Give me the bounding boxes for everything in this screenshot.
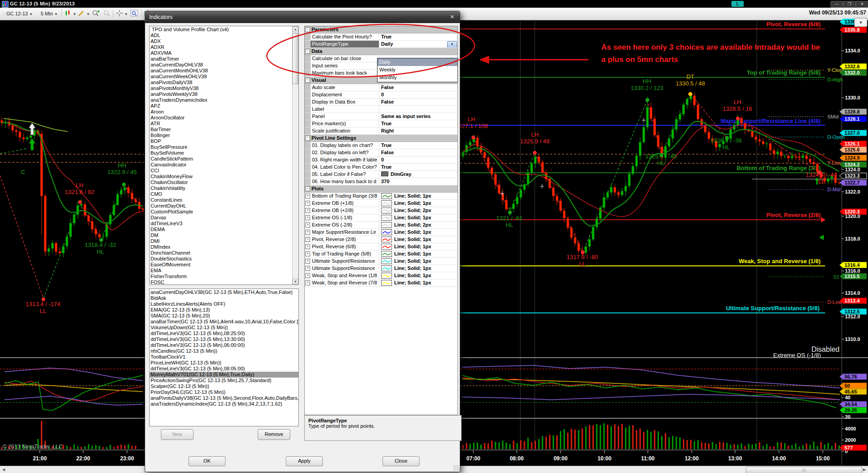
- indicator-list-item[interactable]: DM: [150, 232, 292, 238]
- indicator-list-item[interactable]: anaPivotsDailyV38: [150, 80, 292, 85]
- indicator-list-item[interactable]: Bollinger: [150, 132, 292, 138]
- indicator-list-item[interactable]: CMO: [150, 191, 292, 197]
- indicator-list-item[interactable]: EMA: [150, 268, 292, 274]
- property-section-parameters[interactable]: −Parameters: [305, 26, 458, 33]
- property-row[interactable]: +Ultimate Support/ResistanceLine; Solid;…: [305, 265, 458, 272]
- property-row[interactable]: +Top of Trading Range (5/8)Line; Solid; …: [305, 251, 458, 258]
- indicator-list-item[interactable]: ADXR: [150, 44, 292, 50]
- indicator-list-item[interactable]: TPO and Volume Profile Chart (v4): [150, 27, 292, 33]
- indicator-list-item[interactable]: BOP: [150, 138, 292, 144]
- configured-indicator-item[interactable]: ToolbarClockV1: [150, 354, 298, 360]
- property-row[interactable]: Label: [305, 106, 458, 113]
- property-row[interactable]: 05. Label Color if False?DimGray: [305, 171, 458, 178]
- indicator-list-item[interactable]: CurrentDayOHL: [150, 203, 292, 209]
- property-row[interactable]: +Major Support/Resistance LirLine; Solid…: [305, 229, 458, 236]
- indicator-list-item[interactable]: AroonOscillator: [150, 115, 292, 121]
- property-row[interactable]: 04. Label Color is Pen Color?True: [305, 164, 458, 171]
- property-section-pivot-line-settings[interactable]: −Pivot Line Settings: [305, 135, 458, 142]
- indicator-list-item[interactable]: ADX: [150, 38, 292, 44]
- property-row[interactable]: 02. Display labels on left?False: [305, 149, 458, 156]
- dropdown-item-weekly[interactable]: Weekly: [377, 66, 458, 74]
- indicator-list-item[interactable]: DonchianChannel: [150, 250, 292, 256]
- collapse-icon[interactable]: −: [305, 136, 310, 141]
- configured-indicator-item[interactable]: Scalper(GC 12-13 (5 Min)): [150, 383, 298, 389]
- configured-indicator-item[interactable]: nfsCandles(GC 12-13 (5 Min)): [150, 348, 298, 354]
- indicator-list-item[interactable]: BarTimer: [150, 127, 292, 132]
- configured-indicator-item[interactable]: SMA(GC 12-13 (5 Min),20): [150, 313, 298, 319]
- indicator-list-item[interactable]: ConstantLines: [150, 197, 292, 203]
- expand-icon[interactable]: +: [305, 222, 310, 227]
- property-row[interactable]: +Weak, Stop and Reverse (1/8Line; Solid;…: [305, 272, 458, 279]
- expand-icon[interactable]: +: [305, 266, 310, 271]
- collapse-icon[interactable]: −: [305, 27, 310, 32]
- property-section-plots[interactable]: −Plots: [305, 185, 458, 193]
- configured-indicator-item[interactable]: PriceLineWH(GC 12-13 (5 Min)): [150, 360, 298, 366]
- configured-indicator-item[interactable]: ddTimeLineV3(GC 12-13 (5 Min),06:00:00): [150, 342, 298, 348]
- dropdown-item-monthly[interactable]: Monthly: [377, 74, 458, 81]
- configured-indicator-item[interactable]: anaTradersDynamicIndex(GC 12-13 (5 Min),…: [150, 401, 298, 407]
- property-row[interactable]: +Extreme OB (+1/8)Line; Solid; 1px: [305, 200, 458, 207]
- property-row[interactable]: 06. How many bars back to d370: [305, 178, 458, 185]
- pivotrangetype-dropdown[interactable]: DailyWeeklyMonthly: [377, 58, 458, 82]
- indicator-list-item[interactable]: Aroon: [150, 109, 292, 115]
- configured-indicator-item[interactable]: anaCurrentDayOHLV38(GC 12-13 (5 Min),ETH…: [150, 289, 298, 295]
- indicator-list-item[interactable]: CanvasIndicator: [150, 162, 292, 168]
- property-row[interactable]: +Weak, Stop and Reverse (7/8Line; Solid;…: [305, 279, 458, 287]
- configured-indicator-item[interactable]: ddTimeLineV3(GC 12-13 (5 Min),08:25:00): [150, 331, 298, 336]
- indicator-list-item[interactable]: Darvas: [150, 215, 292, 221]
- indicator-list-item[interactable]: CCI: [150, 168, 292, 174]
- indicator-list-item[interactable]: DMI: [150, 238, 292, 244]
- dialog-close-icon[interactable]: ✕: [448, 14, 456, 20]
- indicator-list-item[interactable]: anaCurrentWeekOHLV38: [150, 74, 292, 80]
- indicator-list-item[interactable]: BuySellVolume: [150, 150, 292, 156]
- indicator-list-item[interactable]: CustomPlotSample: [150, 209, 292, 215]
- dialog-title-bar[interactable]: Indicators ✕: [145, 11, 460, 23]
- configured-indicator-item[interactable]: LabelHorzLinesAlerts(Alerts OFF): [150, 301, 298, 307]
- property-row[interactable]: Displacement0: [305, 91, 458, 99]
- ok-button[interactable]: OK: [189, 456, 226, 466]
- indicator-list-item[interactable]: ChaikinMoneyFlow: [150, 174, 292, 180]
- indicator-list-item[interactable]: anaCurrentMonthOHLV38: [150, 68, 292, 74]
- property-row[interactable]: PivotRangeTypeDaily▼: [305, 41, 458, 48]
- configured-indicator-item[interactable]: anaPivotsDailyV38(GC 12-13 (5 Min),Secon…: [150, 395, 298, 401]
- property-row[interactable]: Calculate the Pivot Hourly?True: [305, 33, 458, 41]
- configured-indicator-item[interactable]: PriorDayOHLC(GC 12-13 (5 Min)): [150, 389, 298, 395]
- dropdown-button-icon[interactable]: ▼: [447, 41, 457, 47]
- new-button[interactable]: New: [161, 429, 193, 440]
- collapse-icon[interactable]: −: [305, 78, 310, 83]
- configured-indicator-item[interactable]: ddTimeLineV3(GC 12-13 (5 Min),13:30:00): [150, 336, 298, 342]
- property-row[interactable]: +Pivot, Reverse (6/8)Line; Solid; 1px: [305, 243, 458, 251]
- property-row[interactable]: +Extreme OS (-2/8)Line; Solid; 2px: [305, 222, 458, 229]
- list-scrollbar[interactable]: ▲ ▼: [292, 26, 298, 284]
- indicator-list-item[interactable]: anaPivotsWeeklyV38: [150, 91, 292, 97]
- remove-button[interactable]: Remove: [258, 429, 290, 440]
- expand-icon[interactable]: +: [305, 208, 310, 213]
- property-row[interactable]: 03. Right margin width if lable0: [305, 156, 458, 164]
- collapse-icon[interactable]: −: [305, 49, 310, 54]
- expand-icon[interactable]: +: [305, 244, 310, 249]
- indicator-list-item[interactable]: ADL: [150, 33, 292, 38]
- list-scrollbar-thumb[interactable]: [292, 33, 298, 84]
- indicator-list-item[interactable]: anaPivotsMonthlyV38: [150, 85, 292, 91]
- indicator-list-item[interactable]: FOSC: [150, 279, 292, 285]
- property-row[interactable]: Scale justificationRight: [305, 128, 458, 135]
- expand-icon[interactable]: +: [305, 280, 310, 285]
- expand-icon[interactable]: +: [305, 259, 310, 264]
- configured-indicator-item[interactable]: VolumeUpDown(GC 12-13 (5 Min)): [150, 325, 298, 331]
- indicator-list-item[interactable]: ADXVMA: [150, 50, 292, 56]
- property-row[interactable]: 01. Display labels on chart?True: [305, 142, 458, 149]
- dropdown-item-daily[interactable]: Daily: [377, 58, 458, 66]
- indicator-list-item[interactable]: DEMA: [150, 227, 292, 232]
- property-row[interactable]: Display in Data BoxFalse: [305, 99, 458, 106]
- property-row[interactable]: +Extreme OB (+2/8)Line; Solid; 2px: [305, 207, 458, 214]
- apply-button[interactable]: Apply: [286, 456, 323, 466]
- indicator-list-item[interactable]: DMIndex: [150, 244, 292, 250]
- configured-indicator-item[interactable]: PriceActionSwingPro(GC 12-13 (5 Min),25,…: [150, 378, 298, 383]
- indicator-list-item[interactable]: anaBarTimer: [150, 56, 292, 62]
- configured-indicators-list[interactable]: anaCurrentDayOHLV38(GC 12-13 (5 Min),ETH…: [149, 289, 299, 426]
- property-row[interactable]: PanelSame as input series: [305, 113, 458, 120]
- indicator-list-item[interactable]: anaTradersDynamicIndex: [150, 97, 292, 103]
- expand-icon[interactable]: +: [305, 251, 310, 256]
- indicator-list-item[interactable]: ddTimeLineV3: [150, 221, 292, 227]
- close-button-dialog[interactable]: Close: [382, 456, 420, 466]
